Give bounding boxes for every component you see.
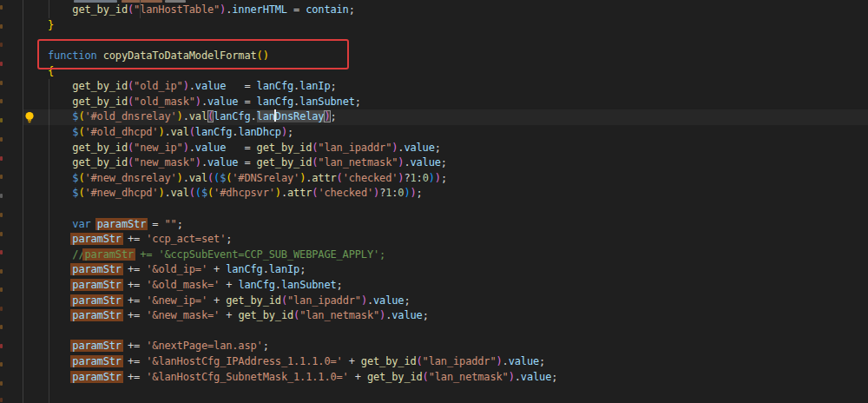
code-token: '#new_dnsrelay' bbox=[84, 172, 176, 184]
code-token bbox=[48, 294, 72, 307]
code-token: paramStr bbox=[72, 233, 122, 245]
code-line[interactable]: $('#new_dhcpd').val(($('#dhcpsvr').attr(… bbox=[48, 186, 868, 202]
code-line[interactable]: paramStr += '&new_ip=' + get_by_id("lan_… bbox=[48, 294, 868, 309]
code-token: += bbox=[122, 279, 146, 291]
code-token: get_by_id bbox=[72, 80, 128, 92]
code-token: ( bbox=[337, 172, 343, 184]
code-token: paramStr bbox=[72, 371, 122, 383]
code-line[interactable]: var paramStr = ""; bbox=[48, 217, 868, 233]
code-token: += bbox=[122, 263, 146, 275]
code-token bbox=[48, 279, 72, 291]
code-token: ; bbox=[177, 218, 183, 230]
code-token: ) bbox=[275, 187, 281, 199]
code-token bbox=[48, 3, 72, 16]
code-token: + bbox=[220, 309, 238, 321]
code-line[interactable]: get_by_id("lanHostTable").innerHTML = co… bbox=[48, 3, 868, 18]
code-token: "lan_ipaddr" bbox=[318, 142, 391, 154]
code-token: ) bbox=[361, 294, 367, 307]
code-token: ) bbox=[177, 172, 183, 184]
code-line[interactable]: paramStr += '&nextPage=lan.asp'; bbox=[48, 339, 868, 354]
code-token: ; bbox=[539, 355, 545, 367]
code-line[interactable]: paramStr += '&old_mask=' + lanCfg.lanSub… bbox=[48, 278, 868, 294]
code-line[interactable]: $('#new_dnsrelay').val(($('#DNSrelay').a… bbox=[48, 171, 868, 187]
code-token: . bbox=[164, 187, 170, 199]
code-line[interactable]: paramStr += '&old_ip=' + lanCfg.lanIp; bbox=[48, 262, 868, 278]
code-token: paramStr bbox=[72, 309, 122, 321]
code-line[interactable]: get_by_id("new_mask").value = get_by_id(… bbox=[48, 155, 868, 171]
code-token: + bbox=[349, 371, 367, 383]
code-line[interactable]: paramStr += '&lanHostCfg_IPAddress_1.1.1… bbox=[48, 354, 868, 370]
code-token: ( bbox=[207, 110, 214, 122]
code-token: val bbox=[171, 126, 189, 138]
code-token: '#dhcpsvr' bbox=[214, 187, 275, 199]
code-token: = bbox=[238, 156, 256, 168]
code-token bbox=[48, 340, 72, 352]
code-token: get_by_id bbox=[72, 3, 128, 16]
code-token: ( bbox=[128, 80, 134, 92]
code-token: = bbox=[146, 218, 164, 230]
code-token: paramStr bbox=[72, 355, 122, 367]
code-token: "old_ip" bbox=[134, 80, 183, 92]
code-token: ( bbox=[423, 371, 429, 383]
code-token: value bbox=[509, 355, 539, 367]
code-token: ( bbox=[128, 156, 134, 168]
code-token: ; bbox=[226, 233, 232, 245]
code-token: ) bbox=[435, 172, 441, 184]
code-token: val bbox=[189, 172, 207, 184]
code-token: . bbox=[275, 279, 281, 291]
code-token: '&lanHostCfg_IPAddress_1.1.1.0=' bbox=[146, 355, 342, 367]
code-token bbox=[48, 218, 72, 230]
code-line[interactable]: } bbox=[48, 18, 868, 34]
code-token: value bbox=[195, 80, 226, 92]
code-line[interactable]: get_by_id("old_ip").value = lanCfg.lanIp… bbox=[48, 79, 868, 95]
code-token bbox=[48, 309, 72, 321]
code-token: paramStr bbox=[84, 248, 134, 261]
code-token: "lanHostTable" bbox=[134, 3, 220, 16]
code-token: . bbox=[183, 110, 189, 122]
code-token: value bbox=[207, 96, 238, 108]
code-token: += bbox=[122, 371, 146, 383]
code-line[interactable]: //paramStr += '&ccpSubEvent=CCP_SUB_WEBP… bbox=[48, 248, 868, 263]
code-line[interactable] bbox=[48, 202, 868, 217]
code-token: . bbox=[251, 110, 257, 122]
code-token: '&new_mask=' bbox=[146, 309, 220, 321]
code-token bbox=[48, 80, 72, 92]
code-token: ( bbox=[128, 3, 134, 16]
code-token: ? bbox=[404, 172, 410, 184]
code-token: lanSubnet bbox=[299, 96, 355, 108]
code-token: "lan_netmask" bbox=[299, 309, 379, 321]
code-token: '#old_dhcpd' bbox=[84, 126, 158, 138]
code-token bbox=[48, 263, 72, 275]
code-token: ) bbox=[195, 156, 201, 168]
code-line[interactable] bbox=[48, 324, 868, 340]
code-token: lanCfg bbox=[238, 279, 274, 291]
code-token: val bbox=[171, 187, 189, 199]
code-line[interactable]: get_by_id("old_mask").value = lanCfg.lan… bbox=[48, 95, 868, 110]
code-line[interactable]: paramStr += '&new_mask=' + get_by_id("la… bbox=[48, 308, 868, 324]
code-token: paramStr bbox=[72, 279, 122, 291]
code-token: value bbox=[391, 309, 422, 321]
code-token: value bbox=[410, 156, 440, 168]
code-token: $ bbox=[201, 187, 207, 199]
code-token: ( bbox=[281, 294, 287, 307]
code-token: ; bbox=[404, 294, 410, 307]
code-line[interactable]: paramStr += 'ccp_act=set'; bbox=[48, 232, 868, 248]
code-token bbox=[48, 96, 72, 108]
code-token: get_by_id bbox=[257, 156, 312, 168]
code-token: ; bbox=[417, 187, 423, 199]
code-token: attr bbox=[287, 187, 312, 199]
code-line[interactable]: get_by_id("new_ip").value = get_by_id("l… bbox=[48, 141, 868, 156]
code-line[interactable]: paramStr += '&lanHostCfg_SubnetMask_1.1.… bbox=[48, 370, 868, 386]
code-token: ) bbox=[509, 371, 515, 383]
code-line[interactable]: $('#old_dnsrelay').val(lanCfg.lanDnsRela… bbox=[48, 109, 868, 125]
code-token: value bbox=[404, 142, 434, 154]
code-token bbox=[48, 142, 72, 154]
code-token: . bbox=[164, 126, 170, 138]
lightbulb-icon[interactable] bbox=[23, 111, 36, 124]
code-token: += bbox=[122, 309, 146, 321]
code-token: ; bbox=[349, 3, 355, 16]
code-token: + bbox=[207, 294, 226, 307]
code-token: '&new_ip=' bbox=[146, 294, 207, 307]
code-line[interactable]: $('#old_dhcpd').val(lanCfg.lanDhcp); bbox=[48, 125, 868, 141]
code-token: ) bbox=[496, 355, 503, 367]
